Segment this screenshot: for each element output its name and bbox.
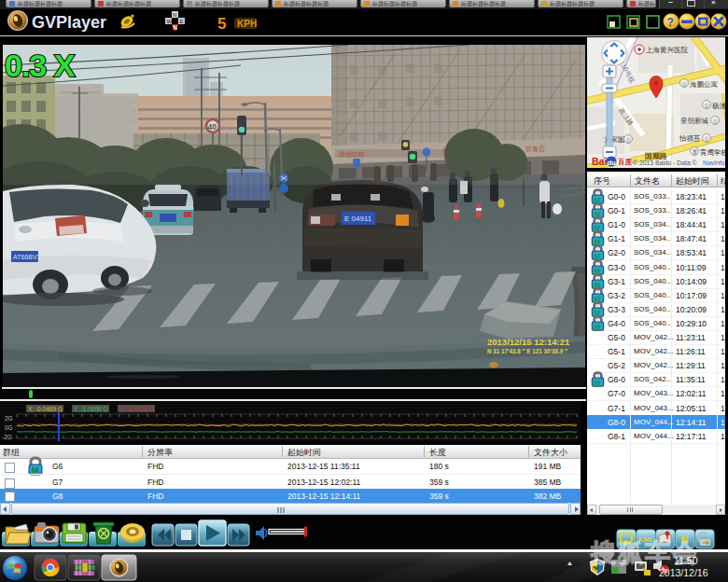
svg-text:GVPlayer: GVPlayer [32, 13, 106, 32]
svg-text:育鹰学校: 育鹰学校 [700, 148, 725, 157]
svg-text:皇朝新城: 皇朝新城 [680, 117, 709, 125]
svg-text:KPH: KPH [237, 19, 257, 29]
svg-text:-2G: -2G [2, 434, 12, 440]
svg-text:0.3 X: 0.3 X [5, 48, 76, 83]
svg-text:杨浦: 杨浦 [711, 102, 725, 110]
svg-text:海鹏公寓: 海鹏公寓 [690, 80, 718, 89]
svg-text:X: -0.0469 G: X: -0.0469 G [28, 406, 63, 412]
svg-text:公: 公 [713, 118, 719, 124]
svg-text:2013/12/16: 2013/12/16 [659, 567, 708, 578]
svg-text:NavInfo: NavInfo [703, 159, 725, 166]
svg-text:公: 公 [705, 103, 710, 108]
svg-text:W: W [167, 19, 173, 24]
svg-text:Bai: Bai [592, 156, 607, 167]
svg-text:E: E [180, 19, 184, 24]
svg-text:公: 公 [626, 137, 632, 143]
svg-text:du: du [608, 159, 617, 167]
svg-text:公: 公 [705, 136, 710, 142]
svg-text:N: N [173, 24, 177, 31]
svg-text:公: 公 [682, 81, 688, 87]
svg-text:?: ? [667, 16, 674, 29]
svg-text:5: 5 [217, 15, 226, 33]
svg-text:2G: 2G [5, 415, 13, 422]
svg-text:N 31 17'43.8 ″ E 121 30'38.9: N 31 17'43.8 ″ E 121 30'38.9 ″ [487, 348, 567, 354]
svg-text:育: 育 [693, 148, 698, 155]
svg-text:0G: 0G [5, 424, 13, 431]
svg-text:2013/12/15 12:14:21: 2013/12/15 12:14:21 [487, 337, 570, 347]
svg-text:百度: 百度 [617, 158, 633, 166]
svg-text:怡福苔: 怡福苔 [679, 134, 701, 143]
svg-text:N: N [173, 12, 176, 18]
svg-text:© 2013 Baidu - Data ©: © 2013 Baidu - Data © [633, 159, 697, 166]
svg-text:Z: -0.0026 G: Z: -0.0026 G [119, 406, 154, 412]
svg-text:上海黄兴医院: 上海黄兴医院 [646, 46, 689, 54]
svg-text:Y: -1.0000 G: Y: -1.0000 G [74, 406, 108, 412]
